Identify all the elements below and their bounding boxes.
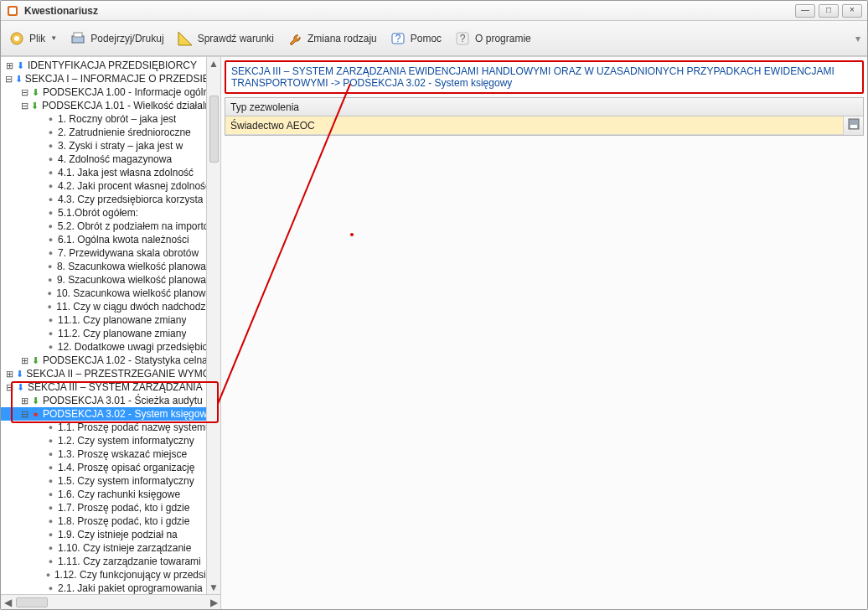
tree-item-label: 8. Szacunkowa wielkość planowanych — [57, 260, 220, 273]
bullet-icon: ● — [44, 273, 54, 287]
tree-item[interactable]: ●11. Czy w ciągu dwóch nadchodzących — [1, 300, 220, 313]
collapse-icon[interactable]: ⊟ — [4, 380, 15, 394]
tree-item-label: PODSEKCJA 3.02 - System księgowy — [43, 407, 212, 421]
scroll-left-icon[interactable]: ◀ — [1, 597, 14, 608]
collapse-icon[interactable]: ⊟ — [19, 99, 29, 112]
bullet-icon: ● — [45, 555, 56, 568]
expand-icon[interactable]: ⊞ — [19, 394, 30, 407]
scroll-right-icon[interactable]: ▶ — [207, 597, 220, 608]
tree-item[interactable]: ●4. Zdolność magazynowa — [1, 152, 220, 166]
toolbar: Plik ▼ Podejrzyj/Drukuj Sprawdź warunki … — [1, 21, 867, 56]
tree-item[interactable]: ●1. Roczny obrót – jaka jest — [1, 112, 220, 126]
tree-item[interactable]: ⊞⬇IDENTYFIKACJA PRZEDSIĘBIORCY — [1, 59, 220, 72]
tree-item-label: SEKCJA I – INFORMACJE O PRZEDSIĘBIORCY — [25, 72, 220, 85]
tree-scroll[interactable]: ⊞⬇IDENTYFIKACJA PRZEDSIĘBIORCY⊟⬇SEKCJA I… — [1, 57, 220, 594]
tree-item[interactable]: ●1.7. Proszę podać, kto i gdzie — [1, 501, 220, 514]
tree-item[interactable]: ●1.1. Proszę podać nazwę systemu — [1, 421, 220, 434]
svg-point-3 — [14, 36, 19, 41]
bullet-icon: ● — [45, 166, 56, 179]
tree-item[interactable]: ●1.10. Czy istnieje zarządzanie — [1, 541, 220, 555]
grid-row[interactable]: Świadectwo AEOC — [225, 116, 863, 135]
tree-item-label: 1.10. Czy istnieje zarządzanie — [58, 541, 191, 555]
tree-item[interactable]: ●1.4. Proszę opisać organizację — [1, 461, 220, 474]
collapse-icon[interactable]: ⊟ — [19, 407, 30, 421]
tree-item[interactable]: ●1.9. Czy istnieje podział na — [1, 528, 220, 541]
tree-item[interactable]: ●9. Szacunkowa wielkość planowanych — [1, 273, 220, 287]
tree-item[interactable]: ●1.8. Proszę podać, kto i gdzie — [1, 514, 220, 528]
check-conditions-button[interactable]: Sprawdź warunki — [176, 29, 274, 48]
tree-item[interactable]: ●1.5. Czy system informatyczny — [1, 474, 220, 488]
tree-item[interactable]: ●1.6. Czy rachunki księgowe — [1, 488, 220, 501]
bullet-icon: ● — [45, 313, 56, 327]
tree-item[interactable]: ●2. Zatrudnienie średnioroczne — [1, 126, 220, 139]
tree-item[interactable]: ⊞⬇PODSEKCJA 1.02 - Statystyka celna — [1, 354, 220, 367]
window-title: Kwestionariusz — [24, 5, 98, 17]
tree-item[interactable]: ●7. Przewidywana skala obrotów — [1, 246, 220, 260]
tree-item[interactable]: ●5.1.Obrót ogółem: — [1, 206, 220, 220]
scroll-thumb[interactable] — [209, 96, 219, 163]
tree-item[interactable]: ●11.1. Czy planowane zmiany — [1, 313, 220, 327]
tree-item[interactable]: ●4.2. Jaki procent własnej zdolności — [1, 179, 220, 193]
tree-item[interactable]: ⊟⬇SEKCJA III – SYSTEM ZARZĄDZANIA — [1, 380, 220, 394]
tree-item-label: 1.3. Proszę wskazać miejsce — [58, 447, 187, 461]
tree-item[interactable]: ●11.2. Czy planowane zmiany — [1, 327, 220, 340]
tree-item[interactable]: ●6.1. Ogólna kwota należności — [1, 233, 220, 246]
maximize-button[interactable]: □ — [819, 4, 839, 18]
tree-item[interactable]: ●10. Szacunkowa wielkość planowanych — [1, 287, 220, 300]
tree-item[interactable]: ●3. Zyski i straty – jaka jest w — [1, 139, 220, 152]
tree-item-label: 11.1. Czy planowane zmiany — [58, 313, 186, 327]
scroll-thumb[interactable] — [16, 597, 48, 607]
tree-item[interactable]: ⊟⬇SEKCJA I – INFORMACJE O PRZEDSIĘBIORCY — [1, 72, 220, 85]
change-type-button[interactable]: Zmiana rodzaju — [286, 29, 377, 48]
tree-item-label: 4. Zdolność magazynowa — [58, 152, 172, 166]
tree-item[interactable]: ●1.12. Czy funkcjonujący w przedsiębiors… — [1, 568, 220, 582]
tree-item[interactable]: ⊞⬇SEKCJA II – PRZESTRZEGANIE WYMOGÓW — [1, 367, 220, 380]
bullet-icon: ● — [44, 260, 54, 273]
grid-header[interactable]: Typ zezwolenia — [225, 98, 863, 116]
tree-item-label: 1.6. Czy rachunki księgowe — [58, 488, 180, 501]
tree-item[interactable]: ⊟●PODSEKCJA 3.02 - System księgowy — [1, 407, 220, 421]
tree-item-label: 2.1. Jaki pakiet oprogramowania — [58, 582, 203, 594]
minimize-button[interactable]: — — [795, 4, 815, 18]
scroll-up-icon[interactable]: ▲ — [209, 57, 219, 70]
arrow-icon: ⬇ — [15, 380, 26, 394]
tree-item[interactable]: ●1.11. Czy zarządzanie towarami — [1, 555, 220, 568]
scroll-down-icon[interactable]: ▼ — [209, 581, 219, 594]
collapse-icon[interactable]: ⊟ — [19, 85, 30, 99]
expand-icon[interactable]: ⊞ — [4, 367, 14, 380]
tree-item[interactable]: ⊟⬇PODSEKCJA 1.01 - Wielkość działalności — [1, 99, 220, 112]
bullet-icon: ● — [45, 501, 56, 514]
preview-print-button[interactable]: Podejrzyj/Drukuj — [69, 29, 163, 48]
tree-item-label: 1. Roczny obrót – jaka jest — [58, 112, 176, 126]
tree-item-label: 1.12. Czy funkcjonujący w przedsiębiorst… — [54, 568, 220, 582]
bullet-icon: ● — [45, 139, 56, 152]
about-button[interactable]: ? O programie — [453, 29, 531, 48]
tree-item-label: 5.1.Obrót ogółem: — [58, 206, 138, 220]
expand-icon[interactable]: ⊞ — [19, 354, 30, 367]
tree-item[interactable]: ⊞⬇PODSEKCJA 3.01 - Ścieżka audytu — [1, 394, 220, 407]
svg-rect-5 — [74, 33, 82, 37]
tree-item[interactable]: ●12. Dodatkowe uwagi przedsiębiorcy — [1, 340, 220, 354]
close-button[interactable]: × — [842, 4, 862, 18]
triangle-ruler-icon — [176, 29, 194, 48]
tree-item[interactable]: ●4.1. Jaka jest własna zdolność — [1, 166, 220, 179]
row-action-button[interactable] — [843, 116, 863, 135]
tree-item[interactable]: ●8. Szacunkowa wielkość planowanych — [1, 260, 220, 273]
toolbar-overflow-icon[interactable]: ▾ — [855, 33, 860, 44]
tree-item[interactable]: ⊟⬇PODSEKCJA 1.00 - Informacje ogólne — [1, 85, 220, 99]
tree-item-label: 4.3. Czy przedsiębiorca korzysta — [58, 193, 203, 206]
file-menu[interactable]: Plik ▼ — [8, 29, 57, 48]
tree-vertical-scrollbar[interactable]: ▲ ▼ — [206, 57, 220, 594]
tree-item[interactable]: ●1.2. Czy system informatyczny — [1, 434, 220, 447]
tree-item[interactable]: ●5.2. Obrót z podziałem na importowe — [1, 220, 220, 233]
tree-item-label: PODSEKCJA 3.01 - Ścieżka audytu — [43, 394, 203, 407]
bullet-icon: ● — [45, 233, 56, 246]
tree-item[interactable]: ●4.3. Czy przedsiębiorca korzysta — [1, 193, 220, 206]
tree-horizontal-scrollbar[interactable]: ◀ ▶ — [1, 594, 220, 609]
expand-icon[interactable]: ⊞ — [4, 59, 15, 72]
help-button[interactable]: ? Pomoc — [389, 29, 442, 48]
tree-item[interactable]: ●2.1. Jaki pakiet oprogramowania — [1, 582, 220, 594]
collapse-icon[interactable]: ⊟ — [4, 72, 13, 85]
tree-item[interactable]: ●1.3. Proszę wskazać miejsce — [1, 447, 220, 461]
bullet-icon: ● — [45, 327, 56, 340]
